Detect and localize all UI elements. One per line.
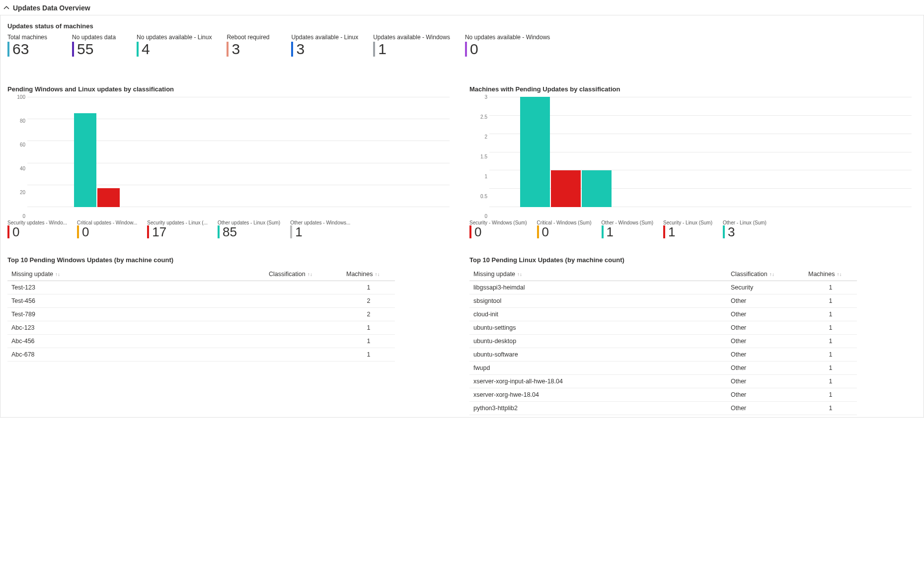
legend-stat[interactable]: Critical - Windows (Sum)0 [537, 220, 592, 238]
kpi-accent-bar [227, 42, 229, 57]
cell-classification: Other [727, 375, 804, 388]
legend-stat[interactable]: Security - Linux (Sum)1 [663, 220, 713, 238]
kpi-accent-bar [137, 42, 139, 57]
bar[interactable] [582, 170, 612, 207]
legend-stat[interactable]: Security updates - Linux (...17 [147, 220, 208, 238]
column-header[interactable]: Missing update↑↓ [469, 268, 727, 281]
table-row[interactable]: Test-7892 [7, 308, 395, 321]
cell-update: sbsigntool [469, 294, 727, 308]
table-row[interactable]: fwupdOther1 [469, 361, 857, 375]
legend-value: 0 [542, 225, 549, 238]
chevron-up-icon [3, 4, 10, 11]
legend-accent-bar [77, 225, 79, 238]
kpi-tile[interactable]: No updates available - Linux4 [137, 34, 212, 57]
kpi-tile[interactable]: Reboot required3 [227, 34, 276, 57]
legend-value: 0 [12, 225, 19, 238]
cell-update: xserver-xorg-hwe-18.04 [469, 388, 727, 402]
y-tick-label: 80 [7, 118, 25, 124]
column-label: Missing update [11, 271, 53, 278]
cell-machines: 1 [804, 375, 857, 388]
table-row[interactable]: Test-4562 [7, 294, 395, 308]
cell-update: cloud-init [469, 308, 727, 321]
status-block: Updates status of machines Total machine… [0, 15, 924, 59]
table-row[interactable]: Abc-1231 [7, 321, 395, 335]
legend-stat[interactable]: Other - Windows (Sum)1 [602, 220, 653, 238]
legend-accent-bar [602, 225, 604, 238]
cell-classification [265, 335, 342, 348]
table-row[interactable]: python3-httplib2Other1 [469, 402, 857, 415]
legend-value: 3 [728, 225, 735, 238]
kpi-tile[interactable]: Updates available - Windows1 [373, 34, 450, 57]
cell-classification: Other [727, 321, 804, 335]
column-header[interactable]: Missing update↑↓ [7, 268, 265, 281]
kpi-row: Total machines63No updates data55No upda… [7, 34, 917, 57]
kpi-accent-bar [72, 42, 74, 57]
section-header[interactable]: Updates Data Overview [0, 0, 924, 15]
column-header[interactable]: Classification↑↓ [727, 268, 804, 281]
cell-classification: Other [727, 294, 804, 308]
chart-legend: Security updates - Windo...0Critical upd… [7, 220, 455, 238]
chart-title: Machines with Pending Updates by classif… [469, 85, 917, 93]
tables-row: Top 10 Pending Windows Updates (by machi… [0, 249, 924, 417]
kpi-value: 63 [12, 42, 29, 57]
legend-stat[interactable]: Other - Linux (Sum)3 [723, 220, 772, 238]
legend-stat[interactable]: Security updates - Windo...0 [7, 220, 67, 238]
table-row[interactable]: Test-1231 [7, 281, 395, 294]
bar[interactable] [520, 97, 550, 207]
kpi-tile[interactable]: No updates available - Windows0 [465, 34, 550, 57]
column-header[interactable]: Classification↑↓ [265, 268, 342, 281]
column-header[interactable]: Machines↑↓ [804, 268, 857, 281]
data-table[interactable]: Missing update↑↓Classification↑↓Machines… [469, 268, 857, 415]
cell-update: Abc-456 [7, 335, 265, 348]
legend-accent-bar [290, 225, 292, 238]
bar[interactable] [97, 188, 120, 207]
table-row[interactable]: Abc-4561 [7, 335, 395, 348]
y-tick-label: 0 [7, 214, 25, 219]
column-header[interactable]: Machines↑↓ [342, 268, 395, 281]
cell-machines: 1 [342, 281, 395, 294]
y-tick-label: 100 [7, 94, 25, 100]
table-row[interactable]: ubuntu-desktopOther1 [469, 335, 857, 348]
table-row[interactable]: ubuntu-settingsOther1 [469, 321, 857, 335]
bar-chart[interactable]: 00.511.522.53 [469, 97, 917, 216]
cell-update: ubuntu-software [469, 348, 727, 361]
bar[interactable] [551, 170, 581, 207]
legend-stat[interactable]: Critical updates - Window...0 [77, 220, 137, 238]
y-tick-label: 40 [7, 166, 25, 171]
table-row[interactable]: xserver-xorg-input-all-hwe-18.04Other1 [469, 375, 857, 388]
y-tick-label: 0 [469, 214, 487, 219]
legend-stat[interactable]: Other updates - Windows...1 [290, 220, 350, 238]
legend-value: 0 [82, 225, 89, 238]
legend-stat[interactable]: Security - Windows (Sum)0 [469, 220, 527, 238]
cell-machines: 1 [804, 402, 857, 415]
table-row[interactable]: Abc-6781 [7, 348, 395, 361]
bar[interactable] [74, 113, 96, 207]
table-row[interactable]: ubuntu-softwareOther1 [469, 348, 857, 361]
data-table[interactable]: Missing update↑↓Classification↑↓Machines… [7, 268, 395, 361]
sort-icon: ↑↓ [55, 272, 60, 277]
cell-update: ubuntu-settings [469, 321, 727, 335]
cell-classification [265, 348, 342, 361]
kpi-label: No updates available - Linux [137, 34, 212, 41]
chart-pending-updates: Pending Windows and Linux updates by cla… [7, 83, 455, 238]
legend-accent-bar [218, 225, 220, 238]
cell-classification: Other [727, 388, 804, 402]
cell-machines: 1 [804, 294, 857, 308]
kpi-tile[interactable]: Total machines63 [7, 34, 57, 57]
legend-accent-bar [663, 225, 665, 238]
chart-legend: Security - Windows (Sum)0Critical - Wind… [469, 220, 917, 238]
kpi-tile[interactable]: No updates data55 [72, 34, 122, 57]
bar-chart[interactable]: 020406080100 [7, 97, 455, 216]
table-row[interactable]: sbsigntoolOther1 [469, 294, 857, 308]
cell-classification [265, 294, 342, 308]
sort-icon: ↑↓ [837, 272, 842, 277]
table-row[interactable]: cloud-initOther1 [469, 308, 857, 321]
table-row[interactable]: libgssapi3-heimdalSecurity1 [469, 281, 857, 294]
charts-row: Pending Windows and Linux updates by cla… [0, 78, 924, 240]
kpi-label: No updates data [72, 34, 122, 41]
table-row[interactable]: xserver-xorg-hwe-18.04Other1 [469, 388, 857, 402]
cell-machines: 2 [342, 294, 395, 308]
legend-stat[interactable]: Other updates - Linux (Sum)85 [218, 220, 280, 238]
cell-classification [265, 281, 342, 294]
kpi-tile[interactable]: Updates available - Linux3 [291, 34, 358, 57]
